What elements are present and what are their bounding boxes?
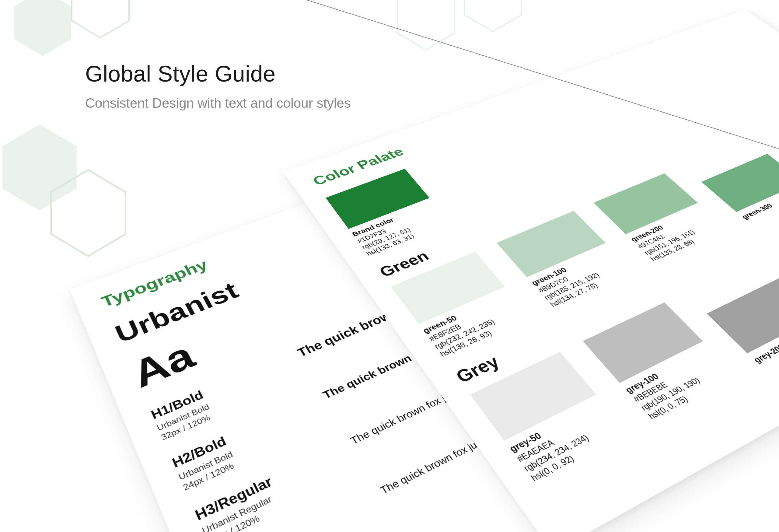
page-title: Global Style Guide [85, 61, 351, 87]
page-subtitle: Consistent Design with text and colour s… [85, 94, 351, 112]
swatch-grey-200: grey-200 [707, 277, 779, 365]
swatch-box [707, 277, 779, 353]
swatch-green-300: green-300 [702, 154, 779, 221]
page-header: Global Style Guide Consistent Design wit… [85, 61, 351, 112]
